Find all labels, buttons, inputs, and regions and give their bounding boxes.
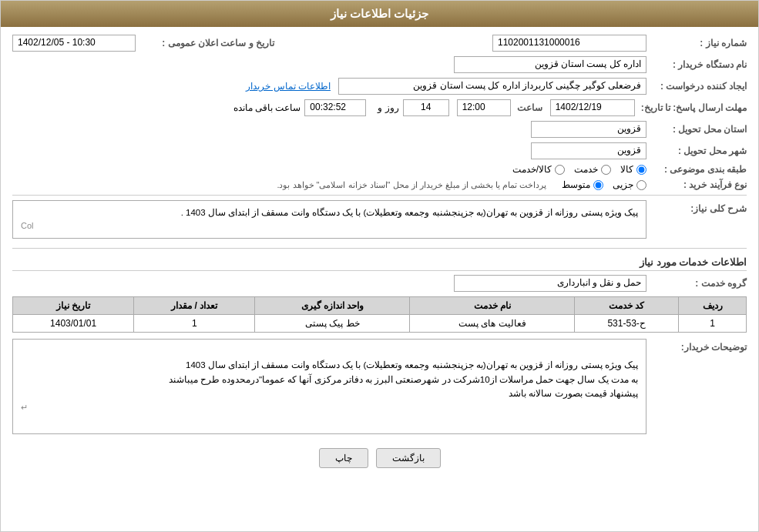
noefar-jozi-option[interactable]: جزیی xyxy=(613,179,646,190)
khadamat-section-title: اطلاعات خدمات مورد نیاز xyxy=(12,256,747,271)
cell-kodkhadamat: ح-53-531 xyxy=(574,314,678,332)
row-mohlat: مهلت ارسال پاسخ: تا تاریخ: 1402/12/19 سا… xyxy=(12,99,747,116)
table-body: 1 ح-53-531 فعالیت های پست خط پیک پستی 1 … xyxy=(13,314,747,332)
col-radif: ردیف xyxy=(679,296,747,314)
cell-tedad: 1 xyxy=(134,314,255,332)
row-namdastgah: نام دستگاه خریدار : اداره کل پست استان ق… xyxy=(12,56,747,73)
sharh-label: شرح کلی نیاز: xyxy=(646,200,747,214)
row-grohe: گروه خدمت : حمل و نقل و انبارداری xyxy=(12,275,747,292)
tamas-kharidar-link[interactable]: اطلاعات تماس خریدار xyxy=(246,81,331,92)
noefar-jozi-label: جزیی xyxy=(613,179,633,190)
col-tedad: تعداد / مقدار xyxy=(134,296,255,314)
roz-label: روز و xyxy=(378,102,398,113)
noefar-motavasset-radio[interactable] xyxy=(593,180,603,190)
table-header-row: ردیف کد خدمت نام خدمت واحد اندازه گیری ت… xyxy=(13,296,747,314)
shahr-value: قزوین xyxy=(531,142,646,159)
cell-tarikh: 1403/01/01 xyxy=(13,314,134,332)
grohe-value: حمل و نقل و انبارداری xyxy=(454,275,646,292)
tabaqe-khadamat-label: خدمت xyxy=(574,164,598,175)
noefar-radio-group: جزیی متوسط xyxy=(562,179,646,190)
tarikh-elam-label: تاریخ و ساعت اعلان عمومی : xyxy=(136,38,274,49)
content-area: شماره نیاز : 1102001131000016 تاریخ و سا… xyxy=(1,27,758,476)
divider2 xyxy=(12,248,747,249)
roz-value: 14 xyxy=(403,99,449,116)
tabaqe-radio-group: کالا خدمت کالا/خدمت xyxy=(512,164,646,175)
ostan-label: استان محل تحویل : xyxy=(646,124,747,135)
button-row: بازگشت چاپ xyxy=(12,448,747,468)
grohe-label: گروه خدمت : xyxy=(646,278,747,289)
tabaqe-kala-khadamat-option[interactable]: کالا/خدمت xyxy=(512,164,565,175)
print-button[interactable]: چاپ xyxy=(319,448,368,468)
col-mark: Col xyxy=(21,219,638,233)
col-tarikh: تاریخ نیاز xyxy=(13,296,134,314)
shomareNiaz-value: 1102001131000016 xyxy=(492,35,646,52)
shomareNiaz-label: شماره نیاز : xyxy=(646,38,747,49)
tabaqe-khadamat-radio[interactable] xyxy=(601,165,611,175)
table-row: 1 ح-53-531 فعالیت های پست خط پیک پستی 1 … xyxy=(13,314,747,332)
tabaqe-kala-khadamat-radio[interactable] xyxy=(555,165,565,175)
page-title: جزئیات اطلاعات نیاز xyxy=(331,7,428,20)
row-tabaqe: طبقه بندی موضوعی : کالا خدمت کالا/خدمت xyxy=(12,164,747,175)
ostan-value: قزوین xyxy=(531,121,646,138)
tozi-label: توضیحات خریدار: xyxy=(646,339,747,353)
col-vahed: واحد اندازه گیری xyxy=(255,296,410,314)
saat-label: ساعت xyxy=(511,102,542,113)
row-ostan: استان محل تحویل : قزوین xyxy=(12,121,747,138)
page-header: جزئیات اطلاعات نیاز xyxy=(1,1,758,27)
tabaqe-kala-option[interactable]: کالا xyxy=(620,164,646,175)
tabaqe-khadamat-option[interactable]: خدمت xyxy=(574,164,611,175)
tozi-value: پیک ویژه پستی روزانه از قزوین به تهران(ب… xyxy=(12,339,646,434)
cell-vahed: خط پیک پستی xyxy=(255,314,410,332)
ijadkonande-label: ایجاد کننده درخواست : xyxy=(646,81,747,92)
tabaqe-kala-khadamat-label: کالا/خدمت xyxy=(512,164,552,175)
page-container: جزئیات اطلاعات نیاز شماره نیاز : 1102001… xyxy=(0,0,759,532)
mande-label: ساعت باقی مانده xyxy=(233,102,301,113)
row-ijadkonande: ایجاد کننده درخواست : فرضعلی کوگیر چگینی… xyxy=(12,78,747,95)
divider1 xyxy=(12,195,747,196)
row-noefar: نوع فرآیند خرید : جزیی متوسط پرداخت تمام… xyxy=(12,179,747,190)
col-namkhadamat: نام خدمت xyxy=(410,296,574,314)
row-tozi: توضیحات خریدار: پیک ویژه پستی روزانه از … xyxy=(12,339,747,439)
saat-value: 12:00 xyxy=(457,99,511,116)
tozi-col-mark: ↵ xyxy=(21,401,638,415)
noefar-note: پرداخت تمام یا بخشی از مبلغ خریدار از مح… xyxy=(277,180,546,190)
noefar-jozi-radio[interactable] xyxy=(636,180,646,190)
noefar-motavasset-label: متوسط xyxy=(562,179,590,190)
noefar-motavasset-option[interactable]: متوسط xyxy=(562,179,603,190)
date-value: 1402/12/19 xyxy=(550,99,635,116)
mande-value: 00:32:52 xyxy=(304,99,366,116)
tabaqe-kala-label: کالا xyxy=(620,164,633,175)
tabaqe-kala-radio[interactable] xyxy=(636,165,646,175)
ijadkonande-value: فرضعلی کوگیر چگینی کاربرداز اداره کل پست… xyxy=(338,78,646,95)
table-head: ردیف کد خدمت نام خدمت واحد اندازه گیری ت… xyxy=(13,296,747,314)
namdastgah-label: نام دستگاه خریدار : xyxy=(646,59,747,70)
row-sharh: شرح کلی نیاز: پیک ویژه پستی روزانه از قز… xyxy=(12,200,747,243)
services-table: ردیف کد خدمت نام خدمت واحد اندازه گیری ت… xyxy=(12,296,747,333)
row-shomara-tarikh: شماره نیاز : 1102001131000016 تاریخ و سا… xyxy=(12,35,747,52)
namdastgah-value: اداره کل پست استان قزوین xyxy=(454,56,646,73)
noefar-label: نوع فرآیند خرید : xyxy=(646,179,747,190)
tarikh-elam-value: 1402/12/05 - 10:30 xyxy=(12,35,136,52)
mohlat-label: مهلت ارسال پاسخ: تا تاریخ: xyxy=(635,102,747,113)
sharh-value: پیک ویژه پستی روزانه از قزوین به تهران(ب… xyxy=(12,200,646,239)
back-button[interactable]: بازگشت xyxy=(376,448,441,468)
cell-namkhadamat: فعالیت های پست xyxy=(410,314,574,332)
shahr-label: شهر محل تحویل : xyxy=(646,146,747,156)
tabaqe-label: طبقه بندی موضوعی : xyxy=(646,164,747,175)
row-shahr: شهر محل تحویل : قزوین xyxy=(12,142,747,159)
cell-radif: 1 xyxy=(679,314,747,332)
col-kodkhadamat: کد خدمت xyxy=(574,296,678,314)
